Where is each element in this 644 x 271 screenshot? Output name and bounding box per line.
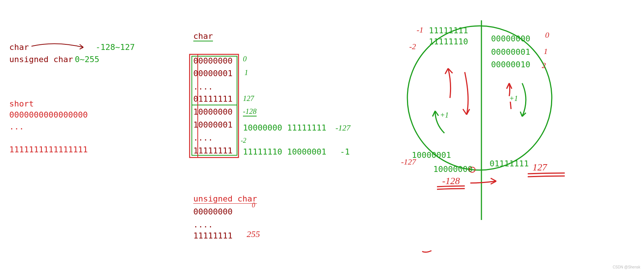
ann-1: 1 xyxy=(244,68,248,77)
mid-row-128: 10000000 xyxy=(193,107,233,116)
mid-char-title: char xyxy=(193,31,213,41)
uchar-title: unsigned char xyxy=(193,194,257,204)
circ-plus1-left: +1 xyxy=(440,111,449,119)
ann-neg127-bits: 10000000 11111111 xyxy=(243,123,326,132)
circ-bl1: 10000001 xyxy=(412,150,451,160)
ann-neg1-bits: 11111110 10000001 xyxy=(243,147,326,156)
circ-br1: 01111111 xyxy=(490,159,529,168)
uchar-255: 11111111 xyxy=(193,231,233,240)
circ-ann-neg1: -1 xyxy=(417,25,423,35)
diagram-svg xyxy=(0,0,644,271)
circ-ann-one: 1 xyxy=(544,47,548,56)
uchar-ann-255: 255 xyxy=(247,229,260,239)
circ-bl2: 10000000 xyxy=(433,165,473,174)
circ-tr3: 00000010 xyxy=(491,60,530,69)
circ-tl1: 11111111 xyxy=(429,26,468,35)
circ-ann-two: 2 xyxy=(542,61,546,70)
short-zero: 0000000000000000 xyxy=(9,110,88,119)
mid-row-255: 11111111 xyxy=(193,146,233,155)
short-max: 1111111111111111 xyxy=(9,145,88,154)
watermark: CSDN @Shensk xyxy=(613,265,640,269)
circ-plus1-right: +1 xyxy=(509,94,518,103)
uchar-ann-0: 0 xyxy=(252,201,255,209)
mid-row-0: 00000000 xyxy=(193,56,233,65)
uchar-range: 0~255 xyxy=(75,55,99,64)
circ-tl2: 11111110 xyxy=(429,37,468,46)
ann-neg128: -128 xyxy=(243,107,257,116)
uchar-dots: .... xyxy=(193,220,213,229)
uchar-0: 00000000 xyxy=(193,207,233,216)
short-dots: ... xyxy=(9,122,24,131)
ann-neg127: -127 xyxy=(336,123,350,133)
circ-ann-neg2: -2 xyxy=(409,42,416,51)
mid-row-dots2: .... xyxy=(193,133,213,142)
short-label: short xyxy=(9,99,34,108)
char-range: -128~127 xyxy=(96,43,135,52)
mid-row-127: 01111111 xyxy=(193,94,233,104)
ann-0: 0 xyxy=(243,55,247,63)
mid-row-129: 10000001 xyxy=(193,120,233,129)
circ-ann-127: 127 xyxy=(533,162,547,173)
mid-row-1: 00000001 xyxy=(193,69,233,78)
circ-ann-neg127: -127 xyxy=(401,157,416,167)
ann-neg2: -2 xyxy=(241,137,246,145)
circ-tr1: 00000000 xyxy=(491,34,530,43)
uchar-label: unsigned char xyxy=(9,55,73,64)
ann-127: 127 xyxy=(243,94,254,103)
char-label: char xyxy=(9,43,29,52)
mid-row-dots1: .... xyxy=(193,82,213,91)
circ-tr2: 00000001 xyxy=(491,47,530,57)
circ-ann-neg128: -128 xyxy=(442,176,460,187)
ann-neg1: -1 xyxy=(340,147,350,156)
circ-ann-zero: 0 xyxy=(545,30,549,40)
